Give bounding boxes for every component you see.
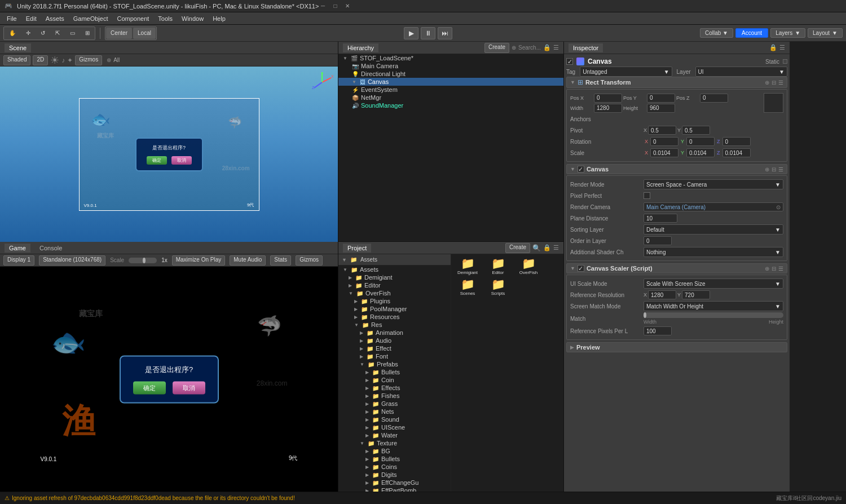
pos-x-field[interactable] <box>594 94 622 103</box>
display-dropdown[interactable]: Display 1 <box>3 255 34 266</box>
project-menu-icon[interactable]: ☰ <box>553 244 559 251</box>
scaler-menu[interactable]: ☰ <box>778 266 783 272</box>
active-checkbox[interactable]: ✓ <box>566 58 573 65</box>
maximize-button[interactable]: □ <box>331 2 339 10</box>
inspector-menu-icon[interactable]: ☰ <box>779 44 785 51</box>
canvas-icon1[interactable]: ⊕ <box>765 166 769 173</box>
project-folder-22[interactable]: ▼📁Texture <box>338 439 451 447</box>
ref-pixels-field[interactable] <box>644 326 672 335</box>
menu-item-gameobject[interactable]: GameObject <box>69 14 113 23</box>
gizmos-button[interactable]: Gizmos <box>75 55 102 65</box>
project-folder-7[interactable]: ▼📁Res <box>338 321 451 329</box>
project-folder-13[interactable]: ▶📁Bullets <box>338 368 451 376</box>
play-button[interactable]: ▶ <box>404 27 418 39</box>
render-mode-dropdown[interactable]: Screen Space - Camera▼ <box>644 179 783 189</box>
hierarchy-item-main-camera[interactable]: 📷 Main Camera <box>338 62 563 70</box>
tab-console[interactable]: Console <box>35 244 67 253</box>
rect-tool[interactable]: ▭ <box>65 28 80 39</box>
asset-item-overfish[interactable]: 📁 OverFish <box>514 257 543 275</box>
project-folder-19[interactable]: ▶📁Sound <box>338 415 451 423</box>
game-cancel-btn[interactable]: 取消 <box>173 381 205 394</box>
center-button[interactable]: Center <box>106 28 132 39</box>
scene-confirm-btn[interactable]: 确定 <box>147 156 167 165</box>
rt-menu[interactable]: ☰ <box>778 79 783 86</box>
hierarchy-item-netmgr[interactable]: 📦 NetMgr <box>338 94 563 101</box>
canvas-enabled[interactable]: ✓ <box>578 166 584 173</box>
project-folder-26[interactable]: ▶📁Digits <box>338 471 451 479</box>
screen-match-dropdown[interactable]: Match Width Or Height▼ <box>644 301 783 311</box>
menu-item-component[interactable]: Component <box>112 14 153 23</box>
project-folder-24[interactable]: ▶📁Bullets <box>338 455 451 463</box>
transform-tool[interactable]: ⊞ <box>81 28 94 39</box>
scale-slider[interactable] <box>129 258 157 263</box>
pivot-x[interactable] <box>648 126 676 135</box>
scene-fx-icon[interactable]: ✦ <box>67 56 73 64</box>
project-lock-icon[interactable]: 🔒 <box>543 244 551 251</box>
project-folder-1[interactable]: ▶📁Demigiant <box>338 273 451 281</box>
move-tool[interactable]: ✛ <box>21 28 35 39</box>
menu-item-tools[interactable]: Tools <box>153 14 177 23</box>
close-button[interactable]: ✕ <box>343 2 351 10</box>
2d-button[interactable]: 2D <box>33 55 48 65</box>
project-folder-17[interactable]: ▶📁Grass <box>338 400 451 408</box>
project-folder-5[interactable]: ▶📁PoolManager <box>338 305 451 313</box>
scale-tool[interactable]: ⇱ <box>51 28 64 39</box>
match-slider[interactable] <box>644 312 783 318</box>
pause-button[interactable]: ⏸ <box>421 27 435 39</box>
collab-button[interactable]: Collab ▼ <box>700 28 733 38</box>
game-gizmos-button[interactable]: Gizmos <box>296 255 323 266</box>
asset-item-scripts[interactable]: 📁 Scripts <box>484 277 512 296</box>
hand-tool[interactable]: ✋ <box>5 28 20 39</box>
project-folder-20[interactable]: ▶📁UIScene <box>338 423 451 431</box>
local-button[interactable]: Local <box>133 28 156 39</box>
project-folder-25[interactable]: ▶📁Coins <box>338 463 451 471</box>
project-folder-27[interactable]: ▶📁EffChangeGu <box>338 479 451 487</box>
static-checkbox[interactable] <box>783 59 787 64</box>
hierarchy-item-soundmanager[interactable]: 🔊 SoundManager <box>338 101 563 109</box>
asset-item-scenes[interactable]: 📁 Scenes <box>453 277 482 296</box>
scene-cancel-btn[interactable]: 取消 <box>171 156 192 165</box>
height-field[interactable] <box>647 104 675 113</box>
layers-button[interactable]: Layers▼ <box>770 28 805 38</box>
canvas-scaler-enabled[interactable]: ✓ <box>578 265 584 272</box>
account-button[interactable]: Account <box>735 28 768 38</box>
project-folder-12[interactable]: ▼📁Prefabs <box>338 360 451 368</box>
rot-x[interactable] <box>650 137 678 146</box>
rot-y[interactable] <box>686 137 715 146</box>
rotate-tool[interactable]: ↺ <box>36 28 50 39</box>
scale-y[interactable] <box>686 148 715 157</box>
pos-y-field[interactable] <box>647 94 675 103</box>
rt-icon1[interactable]: ⊕ <box>765 79 769 86</box>
project-folder-18[interactable]: ▶📁Nets <box>338 408 451 415</box>
resolution-dropdown[interactable]: Standalone (1024x768) <box>39 255 105 266</box>
canvas-comp-header[interactable]: ▼ ✓ Canvas ⊕ ⊟ ☰ <box>566 164 787 174</box>
tag-dropdown[interactable]: Untagged▼ <box>580 67 672 77</box>
sorting-layer-dropdown[interactable]: Default▼ <box>644 224 783 235</box>
ui-scale-mode-dropdown[interactable]: Scale With Screen Size▼ <box>644 278 783 289</box>
preview-header[interactable]: ▶ Preview <box>566 342 787 352</box>
plane-distance-field[interactable] <box>644 214 677 223</box>
project-folder-23[interactable]: ▶📁BG <box>338 447 451 455</box>
project-folder-10[interactable]: ▶📁Effect <box>338 344 451 352</box>
scene-audio-icon[interactable]: ♪ <box>61 56 65 64</box>
pivot-y[interactable] <box>682 126 710 135</box>
shading-dropdown[interactable]: Shaded <box>3 55 30 65</box>
render-camera-field[interactable]: Main Camera (Camera) ⊙ <box>644 202 783 211</box>
canvas-scaler-header[interactable]: ▼ ✓ Canvas Scaler (Script) ⊕ ⊟ ☰ <box>566 263 787 273</box>
project-folder-6[interactable]: ▶📁Resources <box>338 313 451 321</box>
ref-y-field[interactable] <box>682 290 710 299</box>
scene-root[interactable]: ▼ 🎬 STOF_LoadScene* <box>338 54 563 62</box>
layer-dropdown[interactable]: UI▼ <box>695 67 787 77</box>
scaler-icon2[interactable]: ⊟ <box>772 266 776 272</box>
project-folder-4[interactable]: ▶📁Plugins <box>338 297 451 305</box>
rt-icon2[interactable]: ⊟ <box>772 79 776 86</box>
tab-project[interactable]: Project <box>343 244 371 253</box>
asset-item-demigiant[interactable]: 📁 Demigiant <box>453 257 482 275</box>
rot-z[interactable] <box>722 137 751 146</box>
canvas-menu[interactable]: ☰ <box>778 166 783 173</box>
hierarchy-create-btn[interactable]: Create <box>484 43 509 53</box>
project-folder-21[interactable]: ▶📁Water <box>338 431 451 439</box>
project-folder-11[interactable]: ▶📁Font <box>338 352 451 360</box>
mute-audio[interactable]: Mute Audio <box>230 255 266 266</box>
order-in-layer-field[interactable] <box>644 236 672 245</box>
